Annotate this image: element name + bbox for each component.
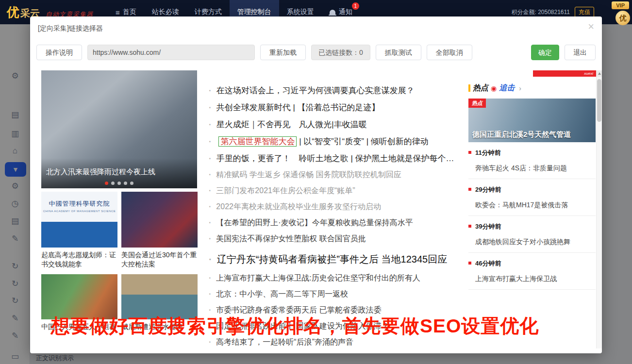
hot-item-title[interactable]: 欧委会：马航MH17是被俄击落: [468, 201, 596, 210]
vip-badge[interactable]: VIP: [612, 1, 629, 9]
hot-tag: 热点: [468, 99, 486, 108]
nav-console-label: 管理控制台: [237, 8, 271, 17]
reload-button[interactable]: 重新加载: [260, 45, 306, 60]
hot-item-title[interactable]: 成都地铁回应女子对小孩跳艳舞: [468, 238, 596, 247]
site-preview-frame: 北方入汛来最强降雨过程今夜上线 在这场对话会上，习近平为何强调要真心实意谋发展？…: [41, 70, 596, 348]
hot-list-item[interactable]: 11分钟前 奔驰车起火 4S店：非质量问题: [468, 142, 596, 179]
link-selector-dialog: [定向采集]链接选择器 × 操作说明 重新加载 已选链接数：0 抓取测试 全部取…: [30, 17, 602, 353]
hot-title-blue: 追击: [499, 83, 515, 93]
nav-home-label: 首页: [123, 8, 136, 17]
headline-link[interactable]: 三部门发布2021年住房公积金年度“账单”: [209, 186, 473, 196]
hot-title-black: 热点: [473, 83, 488, 93]
headline-list: 在这场对话会上，习近平为何强调要真心实意谋发展？ 共创全球发展新时代 | 【沿着…: [209, 85, 473, 348]
featured-caption: 北方入汛来最强降雨过程今夜上线: [46, 167, 155, 177]
news-card[interactable]: 中國管理科學研究院 CHINA ACADEMY OF MANAGEMENT SC…: [41, 192, 117, 269]
hot-main-story[interactable]: 热点 德国正重启北溪2号天然气管道: [468, 99, 596, 142]
hot-list-item[interactable]: 46分钟前 上海宣布打赢大上海保卫战: [468, 253, 596, 290]
chevron-right-icon: ›: [519, 84, 521, 92]
institute-name: 中國管理科學研究院: [41, 192, 117, 208]
headline-link[interactable]: 【在希望的田野上·麦收记】今年夏粮收购总量保持高水平: [209, 218, 473, 228]
exit-button[interactable]: 退出: [565, 45, 596, 60]
hot-topics-sidebar: 热点 ◉ 追击 › 热点 德国正重启北溪2号天然气管道 11分钟前 奔驰车起火 …: [468, 83, 596, 290]
nav-system-settings-label: 系统设置: [287, 8, 314, 17]
card-caption[interactable]: 美国会通过近30年首个重大控枪法案: [121, 250, 198, 269]
url-input[interactable]: [87, 45, 255, 60]
notification-badge: 1: [352, 2, 359, 10]
preview-scrollbar[interactable]: [596, 70, 602, 348]
featured-story-image[interactable]: 北方入汛来最强降雨过程今夜上线: [41, 70, 197, 188]
credits-balance: 积分金额: 2050821611: [511, 8, 570, 17]
selected-link-highlight[interactable]: 第六届世界智能大会: [218, 136, 297, 147]
headline-link[interactable]: 在这场对话会上，习近平为何强调要真心实意谋发展？: [209, 85, 473, 96]
hot-item-title[interactable]: 上海宣布打赢大上海保卫战: [468, 275, 596, 283]
hot-topics-header[interactable]: 热点 ◉ 追击 ›: [468, 83, 596, 93]
bell-icon: [330, 10, 335, 15]
scroll-up-arrow[interactable]: [597, 70, 602, 77]
dialog-title: [定向采集]链接选择器: [38, 24, 103, 33]
institute-subtitle: CHINA ACADEMY OF MANAGEMENT SCIENCE: [41, 210, 117, 213]
hot-item-time: 11分钟前: [468, 149, 596, 157]
headline-link[interactable]: 北京：中小学、高一高二等下周一返校: [209, 289, 473, 299]
headline-link[interactable]: 美国宪法不再保护女性堕胎权 联合国官员批: [209, 234, 473, 244]
seo-overlay-text: 想要做好百度搜索引擎优化排名，首先要做SEO设置优化: [51, 313, 539, 339]
institute-image: 中國管理科學研究院 CHINA ACADEMY OF MANAGEMENT SC…: [41, 192, 117, 248]
nav-billing-label: 计费方式: [195, 8, 222, 17]
headline-link[interactable]: 辽宁丹东“持黄码者看病被拦”事件之后 当地12345回应: [209, 253, 473, 266]
capitol-image: [121, 192, 198, 248]
ad-banner[interactable]: xuexi: [533, 70, 596, 77]
headline-link[interactable]: 手里的饭，更香了！ 聆听土地之歌 | 保护黑土地就是保护每个…: [209, 153, 473, 164]
headline-link[interactable]: 2022年离校未就业高校毕业生服务攻坚行动启动: [209, 202, 473, 212]
hot-swirl-icon: ◉: [491, 84, 497, 92]
corner-logo[interactable]: 优: [615, 11, 630, 25]
card-caption[interactable]: 起底高考志愿规划师：证书交钱就能拿: [41, 250, 117, 269]
nav-notifications-label: 通知: [339, 8, 352, 17]
news-card[interactable]: 美国会通过近30年首个重大控枪法案: [121, 192, 198, 269]
hot-item-time: 46分钟前: [468, 259, 596, 268]
carousel-dots[interactable]: [41, 182, 197, 185]
brand-logo-glyph: 优: [7, 4, 19, 21]
confirm-button[interactable]: 确定: [531, 45, 559, 60]
hot-item-time: 29分钟前: [468, 185, 596, 194]
accent-bar: [468, 84, 470, 92]
headline-link[interactable]: 共创全球发展新时代 | 【沿着总书记的足迹】: [209, 102, 473, 113]
hot-main-title: 德国正重启北溪2号天然气管道: [472, 130, 571, 139]
headline-rest[interactable]: | 以“智变”引“质变” | 倾听创新的律动: [299, 137, 429, 146]
headline-link[interactable]: 精准赋码 学生返乡 保通保畅 国务院联防联控机制回应: [209, 170, 473, 180]
hot-list-item[interactable]: 29分钟前 欧委会：马航MH17是被俄击落: [468, 179, 596, 216]
hot-list-item[interactable]: 39分钟前 成都地铁回应女子对小孩跳艳舞: [468, 216, 596, 253]
headline-link[interactable]: 星火成炬｜不舍再见 凡人微光|丰收温暖: [209, 119, 473, 130]
scrollbar-thumb[interactable]: [597, 79, 601, 122]
dialog-toolbar: 操作说明 重新加载 已选链接数：0 抓取测试 全部取消 确定 退出: [36, 45, 596, 60]
cancel-all-button[interactable]: 全部取消: [427, 45, 472, 60]
selected-links-count: 已选链接数：0: [311, 45, 370, 60]
hot-item-time: 39分钟前: [468, 222, 596, 231]
nav-webmaster-guide-label: 站长必读: [152, 8, 179, 17]
hot-item-title[interactable]: 奔驰车起火 4S店：非质量问题: [468, 164, 596, 173]
close-icon[interactable]: ×: [588, 20, 594, 33]
headline-link[interactable]: 第六届世界智能大会 | 以“智变”引“质变” | 倾听创新的律动: [209, 136, 473, 147]
grab-test-button[interactable]: 抓取测试: [376, 45, 421, 60]
help-button[interactable]: 操作说明: [36, 45, 82, 60]
headline-link[interactable]: 上海宣布打赢大上海保卫战:历史会记住坚守和付出的所有人: [209, 273, 473, 283]
menu-icon: ≡: [116, 8, 120, 17]
